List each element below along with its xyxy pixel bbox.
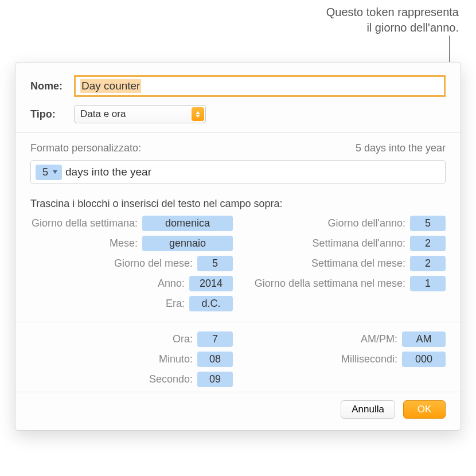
token-row-day-of-year: Giorno dell'anno: 5: [243, 216, 446, 231]
type-select[interactable]: Data e ora: [74, 105, 206, 123]
token-label: Mese:: [110, 237, 138, 249]
token-day-of-year[interactable]: 5: [410, 216, 446, 231]
token-label: Settimana dell'anno:: [312, 237, 405, 249]
token-row-year: Anno: 2014: [30, 276, 233, 291]
token-row-week-of-year: Settimana dell'anno: 2: [243, 236, 446, 251]
name-input-selection: Day counter: [80, 79, 141, 93]
token-row-weekday: Giorno della settimana: domenica: [30, 216, 233, 231]
token-label: AM/PM:: [361, 333, 397, 345]
token-row-ampm: AM/PM: AM: [243, 331, 446, 347]
token-label: Secondo:: [149, 373, 193, 385]
token-ampm[interactable]: AM: [402, 331, 446, 347]
type-label: Tipo:: [30, 108, 71, 120]
format-token-day-of-year[interactable]: 5: [36, 165, 62, 180]
token-row-minute: Minuto: 08: [30, 352, 233, 367]
token-month[interactable]: gennaio: [142, 236, 233, 251]
callout-text: Questo token rappresenta il giorno dell'…: [326, 5, 459, 36]
ok-button[interactable]: OK: [403, 400, 446, 419]
chevron-updown-icon: [192, 107, 204, 121]
token-label: Giorno della settimana:: [32, 217, 138, 229]
token-row-era: Era: d.C.: [30, 296, 233, 311]
time-tokens-grid: Ora: 7 Minuto: 08 Secondo: 09 AM/PM: AM …: [15, 322, 461, 392]
token-row-milliseconds: Millisecondi: 000: [243, 352, 446, 367]
token-row-week-of-month: Settimana del mese: 2: [243, 256, 446, 271]
callout-line1: Questo token rappresenta: [326, 5, 459, 20]
token-minute[interactable]: 08: [197, 352, 233, 367]
token-row-hour: Ora: 7: [30, 331, 233, 347]
name-input[interactable]: Day counter: [74, 75, 446, 97]
token-year[interactable]: 2014: [189, 276, 233, 291]
token-day-of-month[interactable]: 5: [197, 256, 233, 271]
token-milliseconds[interactable]: 000: [402, 352, 446, 367]
token-label: Millisecondi:: [341, 353, 397, 365]
token-row-day-of-month: Giorno del mese: 5: [30, 256, 233, 271]
format-dialog: Nome: Day counter Tipo: Data e ora Forma…: [15, 62, 461, 431]
format-preview: 5 days into the year: [356, 142, 446, 154]
date-tokens-grid: Giorno della settimana: domenica Mese: g…: [15, 216, 461, 322]
type-select-value: Data e ora: [80, 108, 126, 120]
drag-instruction: Trascina i blocchi o inserisci del testo…: [15, 188, 461, 216]
chevron-down-icon: [53, 170, 57, 174]
token-row-weekday-in-month: Giorno della settimana nel mese: 1: [243, 276, 446, 291]
token-label: Anno:: [158, 278, 185, 290]
token-weekday[interactable]: domenica: [142, 216, 233, 231]
name-label: Nome:: [30, 80, 71, 92]
token-hour[interactable]: 7: [197, 331, 233, 347]
cancel-button[interactable]: Annulla: [341, 400, 395, 419]
token-label: Settimana del mese:: [311, 257, 405, 270]
token-label: Giorno della settimana nel mese:: [255, 278, 405, 290]
token-label: Giorno del mese:: [114, 257, 193, 270]
callout-line2: il giorno dell'anno.: [326, 20, 459, 36]
token-row-second: Secondo: 09: [30, 372, 233, 387]
token-label: Giorno dell'anno:: [327, 217, 405, 229]
token-second[interactable]: 09: [197, 372, 233, 387]
format-field[interactable]: 5 days into the year: [30, 160, 446, 184]
token-week-of-month[interactable]: 2: [410, 256, 446, 271]
token-label: Ora:: [173, 333, 193, 345]
token-label: Era:: [166, 298, 185, 310]
token-week-of-year[interactable]: 2: [410, 236, 446, 251]
custom-format-label: Formato personalizzato:: [30, 142, 141, 154]
format-trailing-text: days into the year: [65, 166, 151, 178]
token-weekday-in-month[interactable]: 1: [410, 276, 446, 291]
token-label: Minuto:: [159, 353, 193, 365]
token-era[interactable]: d.C.: [189, 296, 233, 311]
token-row-month: Mese: gennaio: [30, 236, 233, 251]
